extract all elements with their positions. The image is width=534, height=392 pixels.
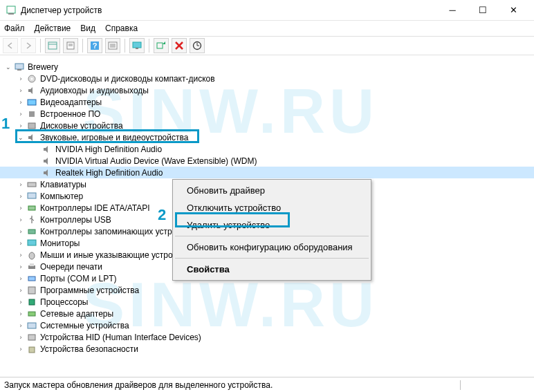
titlebar: Диспетчер устройств ─ ☐ ✕ xyxy=(0,0,534,21)
ctx-update-driver[interactable]: Обновить драйвер xyxy=(174,182,369,199)
svg-rect-0 xyxy=(7,6,15,13)
cat-software-label: Программные устройства xyxy=(40,286,139,295)
chevron-right-icon[interactable]: › xyxy=(17,333,25,342)
dev-nvidia-hd[interactable]: NVIDIA High Definition Audio xyxy=(0,143,534,155)
status-text: Запуск мастера обновления драйверов для … xyxy=(4,380,273,390)
highlight-uninstall-item xyxy=(175,212,290,227)
maximize-button[interactable]: ☐ xyxy=(468,1,498,20)
cat-usb-label: Контроллеры USB xyxy=(40,215,111,225)
cat-cpu[interactable]: ›Процессоры xyxy=(0,296,534,308)
cat-video[interactable]: ›Видеоадаптеры xyxy=(0,96,534,108)
chevron-right-icon[interactable]: › xyxy=(17,192,25,200)
svg-rect-26 xyxy=(28,206,35,210)
chevron-right-icon[interactable]: › xyxy=(17,180,25,189)
help-button[interactable]: ? xyxy=(87,38,102,53)
cat-hid[interactable]: ›Устройства HID (Human Interface Devices… xyxy=(0,331,534,343)
status-bar: Запуск мастера обновления драйверов для … xyxy=(0,377,534,392)
cat-software[interactable]: ›Программные устройства xyxy=(0,284,534,296)
chevron-right-icon[interactable]: › xyxy=(17,204,25,212)
chevron-right-icon[interactable]: › xyxy=(17,110,25,118)
svg-rect-24 xyxy=(28,183,36,187)
svg-rect-21 xyxy=(28,100,36,105)
port-icon xyxy=(26,273,37,284)
root-label: Brewery xyxy=(28,62,58,72)
show-hidden-button[interactable] xyxy=(45,38,60,53)
properties-button[interactable] xyxy=(63,38,78,53)
minimize-button[interactable]: ─ xyxy=(437,1,468,20)
cat-firmware[interactable]: ›Встроенное ПО xyxy=(0,108,534,120)
forward-button[interactable] xyxy=(21,38,36,53)
menu-file[interactable]: Файл xyxy=(4,24,25,33)
svg-rect-35 xyxy=(28,312,35,316)
storage-icon xyxy=(26,226,37,237)
scan-hardware-button[interactable] xyxy=(154,38,169,53)
chevron-right-icon[interactable]: › xyxy=(17,227,25,236)
security-icon xyxy=(26,344,37,355)
cat-net[interactable]: ›Сетевые адаптеры xyxy=(0,308,534,319)
close-button[interactable]: ✕ xyxy=(498,1,528,20)
chevron-right-icon[interactable]: › xyxy=(17,263,25,271)
cat-security[interactable]: ›Устройства безопасности xyxy=(0,343,534,355)
ctx-properties[interactable]: Свойства xyxy=(174,261,369,278)
cat-mouse-label: Мыши и иные указывающие устройства xyxy=(40,250,194,260)
chevron-right-icon[interactable]: › xyxy=(17,122,25,130)
keyboard-icon xyxy=(26,179,37,190)
monitor-button[interactable] xyxy=(129,38,145,53)
chevron-right-icon[interactable]: › xyxy=(17,75,25,83)
details-button[interactable] xyxy=(105,38,120,53)
cat-firmware-label: Встроенное ПО xyxy=(40,109,100,119)
chevron-right-icon[interactable]: › xyxy=(17,345,25,353)
svg-rect-13 xyxy=(133,42,141,48)
window-title: Диспетчер устройств xyxy=(21,6,437,15)
uninstall-button[interactable] xyxy=(172,38,187,53)
toolbar-sep2 xyxy=(82,39,83,53)
hid-icon xyxy=(26,332,37,343)
dev-realtek-label: Realtek High Definition Audio xyxy=(55,168,163,178)
svg-rect-38 xyxy=(29,347,35,353)
menu-action[interactable]: Действие xyxy=(35,24,71,33)
cat-monitor-label: Мониторы xyxy=(40,239,80,248)
cat-video-label: Видеоадаптеры xyxy=(40,97,102,107)
chevron-right-icon[interactable]: › xyxy=(17,321,25,330)
ctx-rescan[interactable]: Обновить конфигурацию оборудования xyxy=(174,239,369,256)
chevron-right-icon[interactable]: › xyxy=(17,86,25,95)
svg-rect-22 xyxy=(29,111,35,117)
controller-icon xyxy=(26,203,37,214)
svg-rect-32 xyxy=(28,277,35,281)
cat-audio-io[interactable]: ›Аудиовходы и аудиовыходы xyxy=(0,84,534,96)
back-button[interactable] xyxy=(3,38,18,53)
svg-point-29 xyxy=(29,252,35,259)
toolbar: ? xyxy=(0,36,534,55)
toolbar-sep4 xyxy=(149,39,149,53)
chevron-down-icon[interactable]: ⌄ xyxy=(4,63,12,71)
chevron-right-icon[interactable]: › xyxy=(17,239,25,248)
dev-realtek[interactable]: Realtek High Definition Audio xyxy=(0,167,534,178)
cat-dvd[interactable]: ›DVD-дисководы и дисководы компакт-диско… xyxy=(0,73,534,84)
chevron-right-icon[interactable]: › xyxy=(17,286,25,295)
cat-print-label: Очереди печати xyxy=(40,262,102,272)
system-icon xyxy=(26,320,37,331)
svg-rect-33 xyxy=(28,287,35,294)
svg-rect-34 xyxy=(29,299,35,305)
chevron-right-icon[interactable]: › xyxy=(17,216,25,224)
chevron-right-icon[interactable]: › xyxy=(17,251,25,259)
tree-root[interactable]: ⌄Brewery xyxy=(0,61,534,73)
chevron-right-icon[interactable]: › xyxy=(17,310,25,318)
software-icon xyxy=(26,285,37,296)
cat-ide-label: Контроллеры IDE ATA/ATAPI xyxy=(40,203,150,213)
svg-rect-28 xyxy=(28,240,36,245)
menu-help[interactable]: Справка xyxy=(105,24,138,33)
cat-ports-label: Порты (COM и LPT) xyxy=(40,274,117,283)
menu-view[interactable]: Вид xyxy=(80,24,95,33)
dev-nvidia-virt[interactable]: NVIDIA Virtual Audio Device (Wave Extens… xyxy=(0,155,534,167)
chevron-right-icon[interactable]: › xyxy=(17,298,25,306)
update-driver-button[interactable] xyxy=(190,38,205,53)
monitor-icon xyxy=(26,238,37,249)
svg-rect-36 xyxy=(28,323,36,328)
cat-audio-io-label: Аудиовходы и аудиовыходы xyxy=(40,86,149,95)
cat-keyboard-label: Клавиатуры xyxy=(40,180,86,189)
cat-computer-label: Компьютер xyxy=(40,192,83,201)
cat-system[interactable]: ›Системные устройства xyxy=(0,319,534,331)
chevron-right-icon[interactable]: › xyxy=(17,274,25,283)
chevron-right-icon[interactable]: › xyxy=(17,98,25,106)
